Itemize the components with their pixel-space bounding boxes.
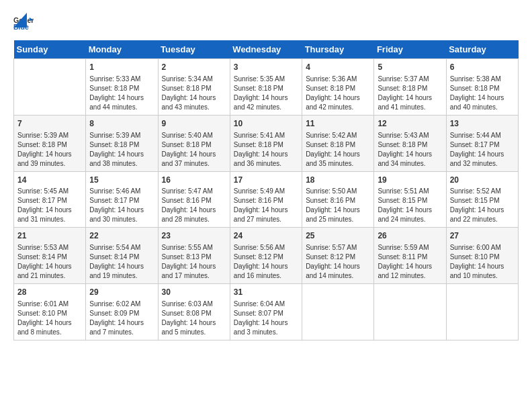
day-number: 26: [378, 230, 442, 242]
week-row-1: 1Sunrise: 5:33 AM Sunset: 8:18 PM Daylig…: [14, 59, 519, 116]
calendar-cell: 24Sunrise: 5:56 AM Sunset: 8:12 PM Dayli…: [230, 228, 302, 284]
day-info: Sunrise: 6:01 AM Sunset: 8:10 PM Dayligh…: [17, 300, 82, 337]
day-number: 23: [162, 230, 226, 242]
day-info: Sunrise: 6:02 AM Sunset: 8:09 PM Dayligh…: [89, 300, 154, 337]
calendar-cell: 23Sunrise: 5:55 AM Sunset: 8:13 PM Dayli…: [158, 228, 230, 284]
header-saturday: Saturday: [446, 40, 518, 59]
calendar-cell: 31Sunrise: 6:04 AM Sunset: 8:07 PM Dayli…: [230, 284, 302, 340]
calendar-cell: [446, 284, 518, 340]
week-row-2: 7Sunrise: 5:39 AM Sunset: 8:18 PM Daylig…: [14, 115, 519, 171]
week-row-3: 14Sunrise: 5:45 AM Sunset: 8:17 PM Dayli…: [14, 171, 519, 228]
calendar-cell: 25Sunrise: 5:57 AM Sunset: 8:12 PM Dayli…: [302, 228, 374, 284]
day-info: Sunrise: 5:47 AM Sunset: 8:16 PM Dayligh…: [162, 187, 226, 224]
day-info: Sunrise: 5:44 AM Sunset: 8:17 PM Dayligh…: [450, 131, 515, 169]
day-info: Sunrise: 5:57 AM Sunset: 8:12 PM Dayligh…: [306, 243, 370, 281]
day-info: Sunrise: 5:59 AM Sunset: 8:11 PM Dayligh…: [378, 243, 442, 281]
calendar-cell: 16Sunrise: 5:47 AM Sunset: 8:16 PM Dayli…: [158, 171, 230, 228]
calendar-cell: 13Sunrise: 5:44 AM Sunset: 8:17 PM Dayli…: [446, 115, 518, 171]
day-number: 16: [162, 175, 226, 186]
day-info: Sunrise: 5:43 AM Sunset: 8:18 PM Dayligh…: [378, 131, 442, 169]
day-number: 29: [89, 287, 154, 298]
header-monday: Monday: [86, 40, 158, 59]
day-info: Sunrise: 5:46 AM Sunset: 8:17 PM Dayligh…: [89, 187, 154, 224]
calendar-cell: 22Sunrise: 5:54 AM Sunset: 8:14 PM Dayli…: [86, 228, 158, 284]
week-row-4: 21Sunrise: 5:53 AM Sunset: 8:14 PM Dayli…: [14, 228, 519, 284]
calendar-cell: 1Sunrise: 5:33 AM Sunset: 8:18 PM Daylig…: [86, 59, 158, 116]
day-number: 25: [306, 230, 370, 242]
calendar-cell: 20Sunrise: 5:52 AM Sunset: 8:15 PM Dayli…: [446, 171, 518, 228]
calendar-cell: 14Sunrise: 5:45 AM Sunset: 8:17 PM Dayli…: [14, 171, 86, 228]
calendar-cell: 4Sunrise: 5:36 AM Sunset: 8:18 PM Daylig…: [302, 59, 374, 116]
calendar-cell: [374, 284, 446, 340]
calendar-cell: 29Sunrise: 6:02 AM Sunset: 8:09 PM Dayli…: [86, 284, 158, 340]
calendar-cell: 15Sunrise: 5:46 AM Sunset: 8:17 PM Dayli…: [86, 171, 158, 228]
day-info: Sunrise: 5:54 AM Sunset: 8:14 PM Dayligh…: [89, 243, 154, 281]
day-info: Sunrise: 6:04 AM Sunset: 8:07 PM Dayligh…: [234, 300, 298, 337]
day-info: Sunrise: 6:00 AM Sunset: 8:10 PM Dayligh…: [450, 243, 515, 281]
calendar-cell: 19Sunrise: 5:51 AM Sunset: 8:15 PM Dayli…: [374, 171, 446, 228]
day-number: 7: [17, 118, 82, 130]
day-info: Sunrise: 5:37 AM Sunset: 8:18 PM Dayligh…: [378, 75, 442, 112]
calendar-cell: 26Sunrise: 5:59 AM Sunset: 8:11 PM Dayli…: [374, 228, 446, 284]
day-info: Sunrise: 5:55 AM Sunset: 8:13 PM Dayligh…: [162, 243, 226, 281]
day-info: Sunrise: 5:56 AM Sunset: 8:12 PM Dayligh…: [234, 243, 298, 281]
calendar-cell: 10Sunrise: 5:41 AM Sunset: 8:18 PM Dayli…: [230, 115, 302, 171]
calendar-header-row: SundayMondayTuesdayWednesdayThursdayFrid…: [14, 40, 519, 59]
day-number: 20: [450, 175, 515, 186]
calendar-cell: 28Sunrise: 6:01 AM Sunset: 8:10 PM Dayli…: [14, 284, 86, 340]
calendar-cell: 17Sunrise: 5:49 AM Sunset: 8:16 PM Dayli…: [230, 171, 302, 228]
calendar-table: SundayMondayTuesdayWednesdayThursdayFrid…: [13, 40, 519, 340]
calendar-cell: 9Sunrise: 5:40 AM Sunset: 8:18 PM Daylig…: [158, 115, 230, 171]
header-sunday: Sunday: [14, 40, 86, 59]
day-info: Sunrise: 5:51 AM Sunset: 8:15 PM Dayligh…: [378, 187, 442, 224]
day-info: Sunrise: 5:35 AM Sunset: 8:18 PM Dayligh…: [234, 75, 298, 112]
day-number: 21: [17, 230, 82, 242]
day-number: 12: [378, 118, 442, 130]
day-number: 11: [306, 118, 370, 130]
calendar-cell: 6Sunrise: 5:38 AM Sunset: 8:18 PM Daylig…: [446, 59, 518, 116]
day-info: Sunrise: 5:45 AM Sunset: 8:17 PM Dayligh…: [17, 187, 82, 224]
day-info: Sunrise: 5:42 AM Sunset: 8:18 PM Dayligh…: [306, 131, 370, 169]
logo-triangle-icon: [13, 13, 27, 28]
calendar-cell: 11Sunrise: 5:42 AM Sunset: 8:18 PM Dayli…: [302, 115, 374, 171]
day-number: 6: [450, 62, 515, 73]
day-info: Sunrise: 5:33 AM Sunset: 8:18 PM Dayligh…: [89, 75, 154, 112]
calendar-cell: 8Sunrise: 5:39 AM Sunset: 8:18 PM Daylig…: [86, 115, 158, 171]
header-wednesday: Wednesday: [230, 40, 302, 59]
header-friday: Friday: [374, 40, 446, 59]
day-number: 22: [89, 230, 154, 242]
day-info: Sunrise: 6:03 AM Sunset: 8:08 PM Dayligh…: [162, 300, 226, 337]
calendar-cell: 30Sunrise: 6:03 AM Sunset: 8:08 PM Dayli…: [158, 284, 230, 340]
calendar-cell: 21Sunrise: 5:53 AM Sunset: 8:14 PM Dayli…: [14, 228, 86, 284]
day-number: 4: [306, 62, 370, 73]
day-number: 15: [89, 175, 154, 186]
day-number: 1: [89, 62, 154, 73]
day-number: 31: [234, 287, 298, 298]
day-number: 30: [162, 287, 226, 298]
header-tuesday: Tuesday: [158, 40, 230, 59]
day-info: Sunrise: 5:41 AM Sunset: 8:18 PM Dayligh…: [234, 131, 298, 169]
page-header: General Blue: [13, 13, 519, 34]
day-info: Sunrise: 5:36 AM Sunset: 8:18 PM Dayligh…: [306, 75, 370, 112]
logo: General Blue: [13, 13, 27, 34]
day-info: Sunrise: 5:50 AM Sunset: 8:16 PM Dayligh…: [306, 187, 370, 224]
svg-marker-3: [13, 13, 27, 28]
week-row-5: 28Sunrise: 6:01 AM Sunset: 8:10 PM Dayli…: [14, 284, 519, 340]
day-number: 10: [234, 118, 298, 130]
day-info: Sunrise: 5:52 AM Sunset: 8:15 PM Dayligh…: [450, 187, 515, 224]
day-number: 9: [162, 118, 226, 130]
day-number: 27: [450, 230, 515, 242]
day-info: Sunrise: 5:53 AM Sunset: 8:14 PM Dayligh…: [17, 243, 82, 281]
calendar-cell: [14, 59, 86, 116]
calendar-cell: 18Sunrise: 5:50 AM Sunset: 8:16 PM Dayli…: [302, 171, 374, 228]
calendar-cell: 7Sunrise: 5:39 AM Sunset: 8:18 PM Daylig…: [14, 115, 86, 171]
day-number: 28: [17, 287, 82, 298]
day-number: 3: [234, 62, 298, 73]
calendar-cell: 5Sunrise: 5:37 AM Sunset: 8:18 PM Daylig…: [374, 59, 446, 116]
day-number: 5: [378, 62, 442, 73]
calendar-cell: 27Sunrise: 6:00 AM Sunset: 8:10 PM Dayli…: [446, 228, 518, 284]
day-info: Sunrise: 5:39 AM Sunset: 8:18 PM Dayligh…: [17, 131, 82, 169]
day-number: 2: [162, 62, 226, 73]
day-info: Sunrise: 5:49 AM Sunset: 8:16 PM Dayligh…: [234, 187, 298, 224]
day-number: 17: [234, 175, 298, 186]
